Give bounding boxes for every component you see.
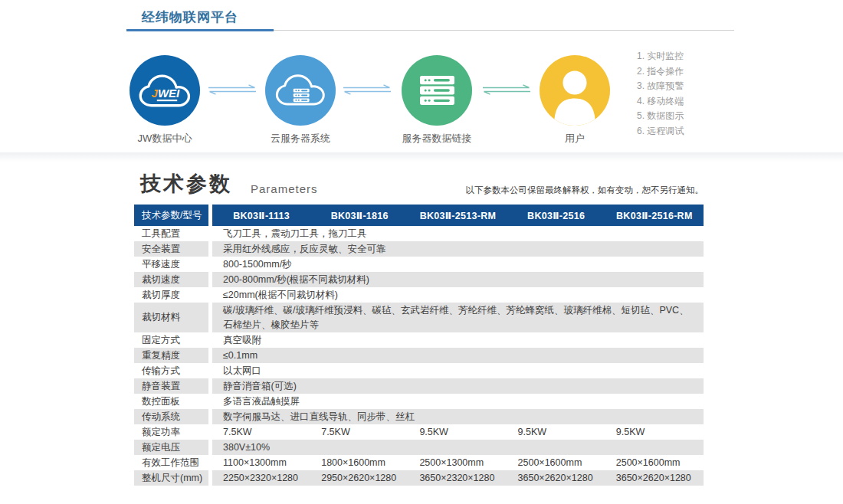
row-value: 9.5KW — [408, 424, 507, 440]
row-value: 7.5KW — [212, 424, 310, 440]
row-label: 传动系统 — [134, 409, 208, 424]
row-value: 1100×1300mm — [212, 455, 310, 470]
svg-text:JWEI: JWEI — [152, 87, 181, 100]
row-value: 真空吸附 — [212, 332, 704, 348]
row-value: 7.5KW — [310, 424, 408, 440]
row-label: 整机尺寸(mm) — [134, 470, 208, 486]
row-label: 额定功率 — [134, 424, 208, 440]
table-row: 重复精度≤0.1mm — [134, 348, 704, 363]
table-header-cell: BK03Ⅱ-2516 — [507, 205, 605, 226]
table-row: 裁切材料碳/玻璃纤维、碳/玻璃纤维预浸料、碳毡、玄武岩纤维、芳纶纤维、芳纶蜂窝纸… — [134, 303, 704, 332]
cloud-server-icon — [272, 70, 329, 110]
row-label: 传输方式 — [134, 363, 208, 378]
flow-arrow-icon — [343, 84, 392, 98]
table-row: 有效工作范围1100×1300mm1800×1600mm2500×1300mm2… — [134, 455, 704, 470]
table-row: 传动系统数字伺服马达、进口直线导轨、同步带、丝杠 — [134, 409, 704, 424]
row-value: 3650×2320×1280 — [408, 470, 507, 486]
feature-item: 4. 移动终端 — [637, 94, 684, 110]
row-label: 裁切材料 — [134, 303, 208, 332]
page-title: 经纬物联网平台 — [142, 8, 238, 26]
row-value: 1800×1600mm — [310, 455, 408, 470]
row-value: 2500×1600mm — [605, 455, 704, 470]
feature-item: 5. 数据图示 — [637, 109, 684, 124]
table-row: 裁切厚度≤20mm(根据不同裁切材料) — [134, 287, 704, 303]
parameters-disclaimer: 以下参数本公司保留最终解释权，如有变动，恕不另行通知。 — [320, 185, 704, 196]
row-value: 2950×2620×1280 — [310, 470, 408, 486]
table-header-row: 技术参数/型号BK03Ⅱ-1113BK03Ⅱ-1816BK03Ⅱ-2513-RM… — [134, 205, 704, 226]
feature-list: 1. 实时监控2. 指令操作3. 故障预警4. 移动终端5. 数据图示6. 远程… — [637, 49, 684, 139]
table-row: 额定功率7.5KW7.5KW9.5KW9.5KW9.5KW — [134, 424, 704, 440]
table-header-cell: BK03Ⅱ-1113 — [212, 205, 310, 226]
table-row: 固定方式真空吸附 — [134, 332, 704, 348]
row-label: 工具配置 — [134, 226, 208, 241]
row-value: 2250×2320×1280 — [212, 470, 310, 486]
row-label: 裁切速度 — [134, 272, 208, 287]
node-label: 服务器数据链接 — [360, 132, 513, 146]
table-row: 整机尺寸(mm)2250×2320×12802950×2620×12803650… — [134, 470, 704, 486]
node-circle-2 — [265, 55, 336, 126]
row-value: 200-800mm/秒(根据不同裁切材料) — [212, 272, 704, 287]
table-row: 平移速度800-1500mm/秒 — [134, 257, 704, 272]
flow-arrow-icon — [208, 84, 257, 98]
spec-table: 技术参数/型号BK03Ⅱ-1113BK03Ⅱ-1816BK03Ⅱ-2513-RM… — [134, 205, 704, 486]
table-row: 额定电压380V±10% — [134, 440, 704, 455]
row-value: 多语言液晶触摸屏 — [212, 394, 704, 409]
parameters-title: 技术参数 — [140, 170, 232, 198]
row-value: 9.5KW — [507, 424, 605, 440]
row-value: 采用红外线感应，反应灵敏、安全可靠 — [212, 241, 704, 257]
node-circle-1: JWEI — [130, 55, 200, 126]
row-label: 数控面板 — [134, 394, 208, 409]
row-value: 碳/玻璃纤维、碳/玻璃纤维预浸料、碳毡、玄武岩纤维、芳纶纤维、芳纶蜂窝纸、玻璃纤… — [212, 303, 704, 332]
row-value: 数字伺服马达、进口直线导轨、同步带、丝杠 — [212, 409, 704, 424]
table-row: 裁切速度200-800mm/秒(根据不同裁切材料) — [134, 272, 704, 287]
table-header-cell: BK03Ⅱ-1816 — [310, 205, 408, 226]
row-label: 重复精度 — [134, 348, 208, 363]
feature-item: 6. 远程调试 — [637, 124, 684, 139]
title-underline-blue — [126, 29, 274, 31]
feature-item: 3. 故障预警 — [637, 79, 684, 94]
table-row: 安全装置采用红外线感应，反应灵敏、安全可靠 — [134, 241, 704, 257]
flow-arrow-icon — [482, 84, 531, 98]
section-divider — [0, 152, 843, 162]
row-value: ≤20mm(根据不同裁切材料) — [212, 287, 704, 303]
table-header-label: 技术参数/型号 — [134, 205, 208, 226]
jwei-cloud-logo-icon: JWEI — [136, 70, 194, 111]
row-label: 裁切厚度 — [134, 287, 208, 303]
user-icon — [540, 55, 610, 126]
row-value: 2500×1300mm — [408, 455, 507, 470]
row-value: 9.5KW — [605, 424, 704, 440]
row-label: 静音装置 — [134, 378, 208, 394]
node-label: 云服务器系统 — [224, 132, 377, 146]
row-value: 3650×2620×1280 — [605, 470, 704, 486]
row-label: 有效工作范围 — [134, 455, 208, 470]
server-stack-icon — [418, 74, 456, 106]
table-header-cell: BK03Ⅱ-2516-RM — [605, 205, 704, 226]
node-circle-3 — [402, 55, 472, 126]
row-value: 以太网口 — [212, 363, 704, 378]
table-row: 数控面板多语言液晶触摸屏 — [134, 394, 704, 409]
title-underline-gray — [274, 30, 734, 31]
table-row: 静音装置静音消音箱(可选) — [134, 378, 704, 394]
feature-item: 2. 指令操作 — [637, 64, 684, 80]
feature-item: 1. 实时监控 — [637, 49, 684, 64]
node-circle-4 — [540, 55, 610, 126]
row-label: 固定方式 — [134, 332, 208, 348]
row-value: 2500×1600mm — [507, 455, 605, 470]
node-label: 用户 — [498, 132, 651, 146]
row-value: 静音消音箱(可选) — [212, 378, 704, 394]
row-value: 3650×2620×1280 — [507, 470, 605, 486]
node-label: JW数据中心 — [88, 132, 241, 146]
row-value: ≤0.1mm — [212, 348, 704, 363]
row-value: 飞刀工具，震动刀工具，拖刀工具 — [212, 226, 704, 241]
table-header-cell: BK03Ⅱ-2513-RM — [408, 205, 507, 226]
parameters-subtitle: Parameters — [251, 182, 318, 195]
table-body: 工具配置飞刀工具，震动刀工具，拖刀工具安全装置采用红外线感应，反应灵敏、安全可靠… — [134, 226, 704, 486]
table-row: 传输方式以太网口 — [134, 363, 704, 378]
row-label: 安全装置 — [134, 241, 208, 257]
row-label: 平移速度 — [134, 257, 208, 272]
row-value: 800-1500mm/秒 — [212, 257, 704, 272]
table-row: 工具配置飞刀工具，震动刀工具，拖刀工具 — [134, 226, 704, 241]
row-value: 380V±10% — [212, 440, 704, 455]
row-label: 额定电压 — [134, 440, 208, 455]
